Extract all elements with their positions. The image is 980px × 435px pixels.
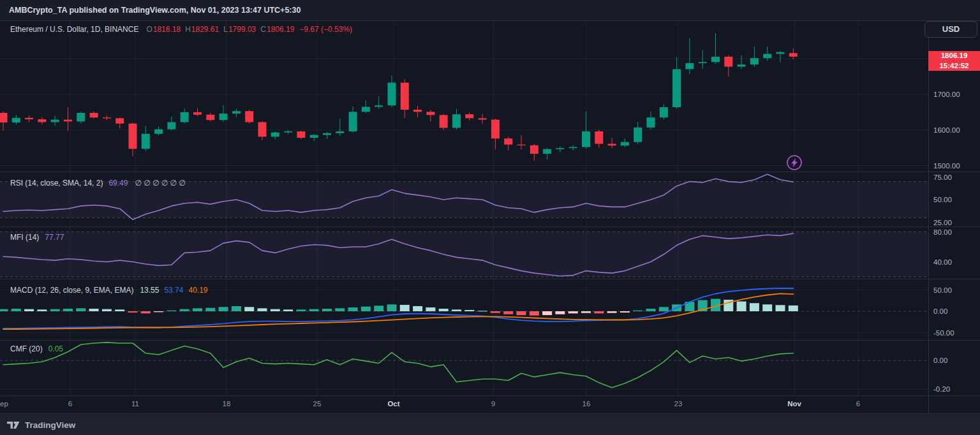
currency-toggle-button[interactable]: USD: [924, 21, 977, 38]
legend-part: 53.74: [164, 286, 183, 295]
legend-part: 1816.18: [153, 25, 181, 34]
price-axis-label: 1700.00: [933, 91, 960, 98]
bottom-toolbar: TradingView: [0, 413, 980, 435]
last-price-label[interactable]: 1806.19 15:42:52: [928, 51, 980, 71]
legend-part: 1799.03: [228, 25, 256, 34]
price-axis-label: 40.00: [933, 258, 952, 266]
time-axis-label: 23: [674, 400, 683, 408]
price-axis-label: 50.00: [933, 196, 952, 203]
price-axis-label: 0.00: [933, 357, 947, 364]
price-axis-label: 75.00: [933, 173, 952, 181]
time-axis-label: 11: [131, 400, 139, 408]
time-axis-label: 16: [583, 400, 591, 408]
legend-part: O: [146, 25, 152, 34]
time-axis-label: 9: [491, 400, 495, 408]
tradingview-logo[interactable]: TradingView: [6, 419, 75, 431]
legend-part: 77.77: [45, 233, 64, 242]
time-axis-label: ep: [0, 400, 8, 408]
time-axis-label: Nov: [787, 400, 801, 408]
cmf-line: [3, 343, 793, 388]
legend-part: L: [223, 25, 228, 34]
price-axis-label: -0.20: [933, 385, 950, 393]
tradingview-chart-window: AMBCrypto_TA published on TradingView.co…: [0, 0, 980, 435]
legend-part: H: [185, 25, 191, 34]
time-axis-label: Oct: [387, 400, 399, 408]
legend-symbol[interactable]: Ethereum / U.S. Dollar, 1D, BINANCEO1816…: [10, 24, 352, 34]
time-scale-axis[interactable]: ep6111825Oct91623Nov6: [0, 395, 980, 413]
price-axis-label: 1600.00: [933, 126, 960, 134]
legend-part: −9.67 (−0.53%): [299, 25, 352, 34]
legend-part: CMF (20): [10, 344, 43, 353]
tradingview-logo-text: TradingView: [25, 420, 75, 430]
last-price-value: 1806.19: [928, 51, 980, 61]
price-axis-label: 25.00: [933, 219, 952, 226]
legend-part: Ethereum / U.S. Dollar, 1D, BINANCE: [10, 25, 138, 34]
legend-part: 69.49: [108, 179, 128, 188]
chart-canvas[interactable]: [0, 0, 980, 435]
time-axis-label: 25: [313, 400, 322, 408]
price-axis-label: 0.00: [933, 307, 947, 315]
price-axis-label: 1500.00: [933, 162, 960, 170]
tradingview-logo-icon: [6, 419, 20, 431]
price-axis-label: 50.00: [933, 286, 952, 294]
legend-part: ∅ ∅ ∅ ∅ ∅ ∅: [135, 179, 185, 188]
price-axis-label: -50.00: [933, 329, 954, 337]
legend-part: MACD (12, 26, close, 9, EMA, EMA): [10, 286, 133, 295]
time-axis-label: 6: [856, 400, 860, 408]
time-axis-label: 18: [223, 400, 231, 408]
legend-part: RSI (14, close, SMA, 14, 2): [10, 179, 103, 188]
legend-rsi[interactable]: RSI (14, close, SMA, 14, 2)69.49∅ ∅ ∅ ∅ …: [10, 178, 186, 188]
legend-part: 40.19: [188, 286, 207, 295]
bar-close-countdown: 15:42:52: [928, 61, 980, 71]
price-axis-label: 80.00: [933, 228, 952, 236]
legend-mfi[interactable]: MFI (14)77.77: [10, 232, 64, 242]
time-axis-label: 6: [68, 400, 72, 408]
legend-part: 1806.19: [267, 25, 294, 34]
candlestick-series: [0, 33, 798, 161]
legend-part: 0.05: [48, 344, 63, 353]
legend-part: C: [260, 25, 266, 34]
legend-macd[interactable]: MACD (12, 26, close, 9, EMA, EMA)13.5553…: [10, 285, 207, 295]
legend-part: 13.55: [140, 286, 159, 295]
legend-part: MFI (14): [10, 233, 39, 242]
legend-part: 1829.61: [191, 25, 219, 34]
legend-cmf[interactable]: CMF (20)0.05: [10, 344, 63, 353]
